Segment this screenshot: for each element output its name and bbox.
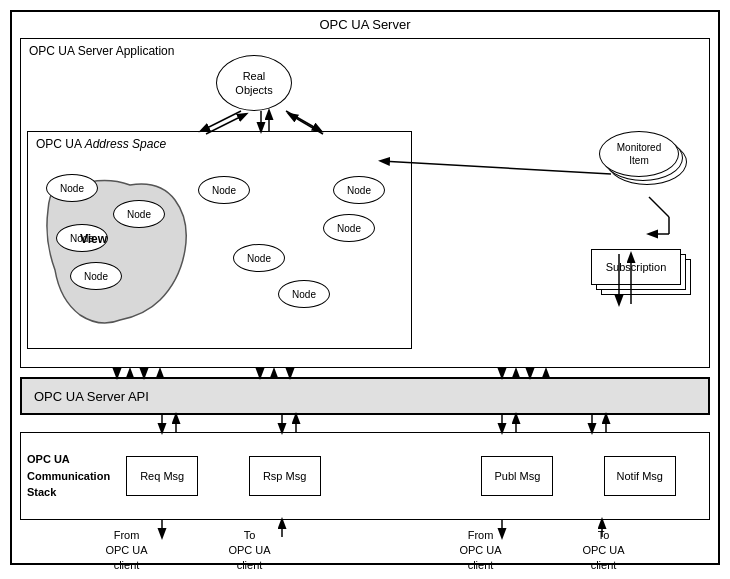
- node-n9: Node: [333, 176, 385, 204]
- node-n5: Node: [198, 176, 250, 204]
- notif-msg-box: Notif Msg: [604, 456, 676, 496]
- node-n8: Node: [278, 280, 330, 308]
- node-n7: Node: [233, 244, 285, 272]
- node-n1: Node: [46, 174, 98, 202]
- svg-line-4: [286, 111, 321, 131]
- svg-line-0: [201, 111, 241, 131]
- address-space-title: OPC UA Address Space: [36, 137, 166, 151]
- svg-line-9: [649, 197, 669, 217]
- from-label-1: FromOPC UAclient: [94, 528, 159, 573]
- svg-line-6: [381, 161, 611, 174]
- node-n6: Node: [323, 214, 375, 242]
- server-application-box: OPC UA Server Application RealObjects OP…: [20, 38, 710, 368]
- to-label-2: ToOPC UAclient: [571, 528, 636, 573]
- server-api-box: OPC UA Server API: [20, 377, 710, 415]
- node-n2: Node: [113, 200, 165, 228]
- server-application-title: OPC UA Server Application: [29, 44, 174, 58]
- monitored-item-main: MonitoredItem: [599, 131, 679, 177]
- outer-title: OPC UA Server: [12, 12, 718, 35]
- publ-msg-box: Publ Msg: [481, 456, 553, 496]
- real-objects-label: RealObjects: [235, 69, 272, 98]
- comm-stack-box: OPC UACommunicationStack Req Msg Rsp Msg…: [20, 432, 710, 520]
- address-space-title-italic: Address Space: [85, 137, 166, 151]
- arrow-labels-row: FromOPC UAclient ToOPC UAclient FromOPC …: [10, 528, 720, 573]
- view-label: View: [80, 232, 107, 246]
- monitored-item: MonitoredItem: [599, 131, 687, 196]
- real-objects-ellipse: RealObjects: [216, 55, 292, 111]
- to-label-1: ToOPC UAclient: [217, 528, 282, 573]
- rsp-msg-box: Rsp Msg: [249, 456, 321, 496]
- node-n4: Node: [70, 262, 122, 290]
- req-msg-box: Req Msg: [126, 456, 198, 496]
- address-space-title-prefix: OPC UA: [36, 137, 85, 151]
- address-space-box: OPC UA Address Space View Node Node Node…: [27, 131, 412, 349]
- subscription-box-main: Subscription: [591, 249, 681, 285]
- comm-stack-label: OPC UACommunicationStack: [21, 447, 93, 505]
- from-label-2: FromOPC UAclient: [448, 528, 513, 573]
- subscription-stack: Subscription: [591, 249, 691, 309]
- comm-msgs-area: Req Msg Rsp Msg Publ Msg Notif Msg: [93, 456, 709, 496]
